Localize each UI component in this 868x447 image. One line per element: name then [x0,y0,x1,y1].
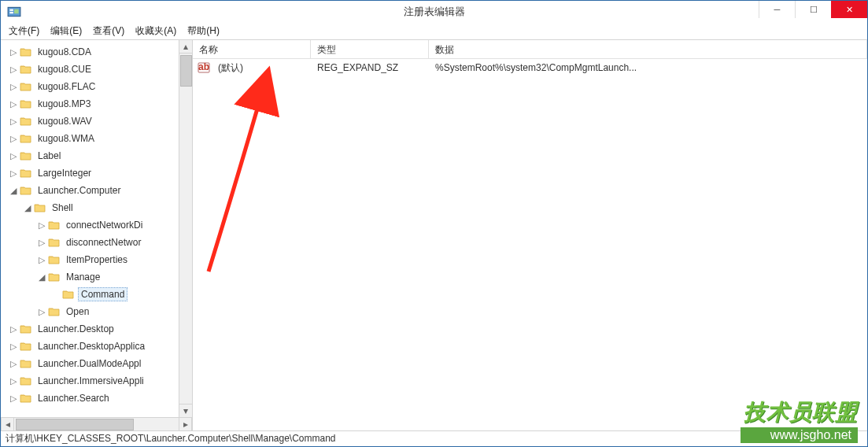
column-type[interactable]: 类型 [311,40,429,58]
tree-item[interactable]: ▷Launcher.ImmersiveAppli [2,372,192,390]
tree-item[interactable]: ▷Launcher.DualModeAppl [2,355,192,372]
tree-expander[interactable]: ▷ [7,393,20,404]
tree-expander[interactable]: ▷ [7,99,20,109]
tree-expander[interactable]: ▷ [7,324,20,334]
tree-expander[interactable]: ▷ [35,307,48,317]
tree-item[interactable]: ◢Launcher.Computer [2,182,192,199]
tree-expander[interactable]: ▷ [35,220,48,231]
close-button[interactable]: ✕ [831,1,867,18]
menu-edit[interactable]: 编辑(E) [50,24,82,38]
regedit-app-icon [7,5,21,19]
folder-icon [48,219,61,231]
status-bar: 计算机\HKEY_CLASSES_ROOT\Launcher.Computer\… [1,430,867,446]
tree-label: LargeInteger [35,167,94,179]
title-bar: 注册表编辑器 ─ ☐ ✕ [1,1,867,23]
svg-rect-2 [9,12,13,13]
tree-expander[interactable]: ▷ [7,168,20,179]
scroll-thumb[interactable] [16,419,134,430]
tree-expander[interactable]: ▷ [7,47,20,57]
tree-item[interactable]: ◢Manage [2,268,192,286]
svg-rect-1 [9,9,13,11]
list-row[interactable]: ab(默认)REG_EXPAND_SZ%SystemRoot%\system32… [193,59,867,76]
tree-expander[interactable]: ▷ [7,116,20,127]
tree-item[interactable]: ▷Launcher.Search [2,390,192,407]
tree-label: Launcher.DesktopApplica [35,340,147,353]
tree-label: Launcher.ImmersiveAppli [35,375,146,387]
vertical-scrollbar[interactable]: ▴ ▾ [179,40,192,417]
tree-label: kugou8.FLAC [35,80,98,93]
tree-item[interactable]: ▷Open [2,303,192,320]
tree-label: Launcher.Search [35,392,112,405]
minimize-button[interactable]: ─ [759,1,795,18]
tree-expander[interactable]: ▷ [7,342,20,352]
scroll-left-arrow[interactable]: ◂ [1,418,14,431]
tree-label: ItemProperties [64,253,130,266]
tree-item[interactable]: ▷kugou8.WAV [2,113,192,130]
tree-expander[interactable]: ▷ [35,255,48,265]
tree-item[interactable]: ▷LargeInteger [2,164,192,182]
menu-help[interactable]: 帮助(H) [187,24,220,38]
tree-label: Manage [64,271,102,283]
status-path: 计算机\HKEY_CLASSES_ROOT\Launcher.Computer\… [6,432,336,445]
tree-expander[interactable]: ▷ [7,65,20,75]
tree-item[interactable]: ▷Label [2,147,192,164]
tree-item[interactable]: ▷kugou8.MP3 [2,95,192,113]
tree-expander[interactable]: ◢ [21,203,34,213]
folder-icon [62,288,75,301]
folder-icon [20,80,32,93]
window-title: 注册表编辑器 [404,5,465,19]
tree-item[interactable]: ▷Launcher.Desktop [2,320,192,338]
tree-label: Shell [50,201,76,214]
tree-expander[interactable]: ◢ [35,272,48,283]
folder-icon [20,46,32,58]
tree-expander[interactable]: ▷ [7,82,20,92]
folder-icon [48,253,61,266]
watermark: 技术员联盟 www.jsgho.net [741,397,858,443]
horizontal-scrollbar[interactable]: ◂ ▸ [1,417,192,430]
tree-expander[interactable]: ▷ [7,359,20,369]
tree-label: Label [35,150,63,162]
svg-text:ab: ab [198,61,209,72]
folder-icon [20,98,32,110]
folder-icon [20,63,32,76]
folder-icon [20,184,32,197]
maximize-button[interactable]: ☐ [795,1,831,18]
string-value-icon: ab [198,61,210,74]
menu-favorites[interactable]: 收藏夹(A) [135,24,176,38]
tree-item[interactable]: ▷kugou8.CDA [2,43,192,61]
tree-item[interactable]: ▷kugou8.CUE [2,61,192,78]
tree-item[interactable]: ▷kugou8.WMA [2,130,192,147]
tree-pane: ▷kugou8.CDA▷kugou8.CUE▷kugou8.FLAC▷kugou… [1,40,193,430]
tree-label: kugou8.WMA [35,132,97,145]
folder-icon [48,236,61,249]
folder-icon [20,132,32,145]
tree-item[interactable]: ▷kugou8.FLAC [2,78,192,95]
tree-item[interactable]: ▷Launcher.DesktopApplica [2,338,192,355]
folder-icon [20,115,32,127]
scroll-down-arrow[interactable]: ▾ [179,404,192,417]
window-controls: ─ ☐ ✕ [759,1,867,18]
tree-item[interactable]: ▷disconnectNetwor [2,234,192,251]
column-data[interactable]: 数据 [429,40,867,58]
folder-icon [20,150,32,162]
tree-label: kugou8.CDA [35,46,94,58]
menu-view[interactable]: 查看(V) [93,24,124,38]
scroll-up-arrow[interactable]: ▴ [179,40,192,54]
tree-label: kugou8.CUE [35,63,94,76]
tree-item[interactable]: Command [2,286,192,303]
tree-expander[interactable]: ▷ [35,238,48,248]
folder-icon [48,305,61,318]
tree-item[interactable]: ◢Shell [2,199,192,216]
scroll-thumb[interactable] [180,55,192,87]
scroll-right-arrow[interactable]: ▸ [179,418,192,431]
tree-label: Launcher.Desktop [35,323,116,335]
tree-item[interactable]: ▷connectNetworkDi [2,216,192,234]
menu-file[interactable]: 文件(F) [9,24,39,38]
column-name[interactable]: 名称 [193,40,311,58]
tree-expander[interactable]: ▷ [7,134,20,144]
tree-expander[interactable]: ▷ [7,151,20,161]
tree-expander[interactable]: ▷ [7,376,20,386]
tree-expander[interactable]: ◢ [7,186,20,196]
folder-icon [20,167,32,179]
tree-item[interactable]: ▷ItemProperties [2,251,192,268]
